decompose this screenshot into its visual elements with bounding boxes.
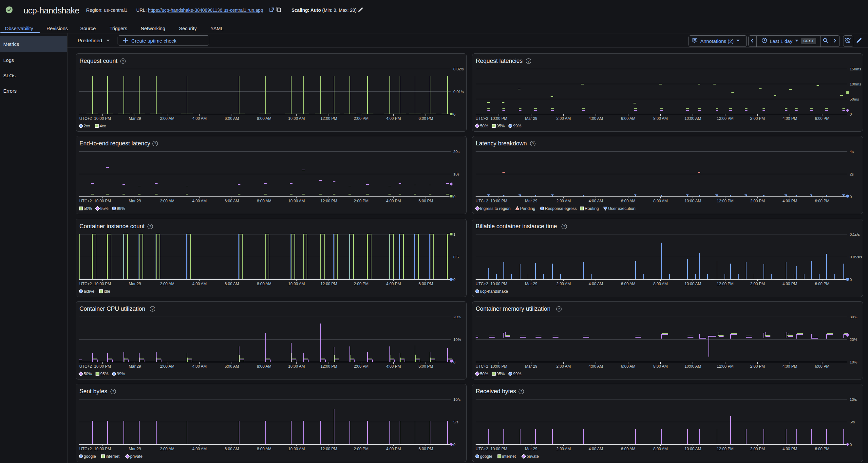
svg-text:?: ? [122, 59, 124, 63]
svg-text:6:00 AM: 6:00 AM [621, 364, 636, 369]
svg-text:0: 0 [453, 112, 456, 116]
svg-text:2:00 PM: 2:00 PM [354, 116, 369, 121]
svg-text:0.01/s: 0.01/s [453, 89, 464, 94]
svg-text:2:00 PM: 2:00 PM [354, 199, 369, 203]
svg-text:6:00 PM: 6:00 PM [418, 447, 433, 451]
svg-text:4:00 AM: 4:00 AM [589, 364, 603, 369]
svg-text:10:00 AM: 10:00 AM [685, 116, 701, 121]
svg-text:12:00 PM: 12:00 PM [717, 199, 733, 203]
svg-text:UTC+2: UTC+2 [79, 116, 92, 121]
svg-text:4:00 AM: 4:00 AM [589, 447, 603, 451]
svg-text:8:00 AM: 8:00 AM [257, 282, 271, 286]
svg-text:20s: 20s [453, 149, 460, 154]
svg-text:UTC+2: UTC+2 [475, 199, 488, 203]
svg-text:10:00 AM: 10:00 AM [288, 116, 305, 121]
svg-text:2xx: 2xx [84, 124, 90, 128]
svg-text:4:00 PM: 4:00 PM [782, 364, 797, 369]
svg-text:UTC+2: UTC+2 [79, 447, 92, 451]
svg-text:2s: 2s [850, 172, 854, 176]
svg-text:8:00 AM: 8:00 AM [257, 447, 271, 451]
svg-text:4:00 AM: 4:00 AM [192, 447, 207, 451]
svg-text:30%: 30% [850, 315, 857, 319]
svg-text:10:00 AM: 10:00 AM [288, 364, 305, 369]
svg-text:Container CPU utilization: Container CPU utilization [80, 305, 146, 312]
svg-text:2:00 AM: 2:00 AM [160, 116, 174, 121]
svg-text:2:00 AM: 2:00 AM [160, 364, 174, 369]
svg-text:UTC+2: UTC+2 [475, 364, 488, 369]
svg-text:Mar 29: Mar 29 [129, 199, 141, 203]
svg-text:10:00 PM: 10:00 PM [490, 282, 507, 286]
svg-text:10:00 PM: 10:00 PM [490, 447, 507, 451]
svg-text:User execution: User execution [608, 206, 636, 211]
svg-text:Sent bytes: Sent bytes [80, 388, 107, 395]
svg-text:99%: 99% [513, 124, 522, 128]
svg-text:4:00 PM: 4:00 PM [782, 116, 797, 121]
svg-text:10:00 AM: 10:00 AM [685, 447, 701, 451]
svg-text:4:00 AM: 4:00 AM [192, 116, 207, 121]
svg-text:Mar 29: Mar 29 [525, 364, 537, 369]
svg-text:4:00 AM: 4:00 AM [589, 116, 603, 121]
svg-text:private: private [527, 454, 539, 459]
svg-text:4:00 PM: 4:00 PM [782, 282, 797, 286]
svg-text:6:00 PM: 6:00 PM [815, 364, 830, 369]
svg-text:12:00 PM: 12:00 PM [717, 282, 733, 286]
svg-text:12:00 PM: 12:00 PM [717, 364, 733, 369]
svg-text:95%: 95% [100, 206, 108, 211]
svg-text:20%: 20% [453, 315, 461, 319]
svg-text:50%: 50% [84, 206, 92, 211]
svg-text:4s: 4s [850, 149, 854, 154]
svg-text:0: 0 [453, 442, 456, 447]
svg-text:12:00 PM: 12:00 PM [320, 364, 337, 369]
svg-text:2:00 PM: 2:00 PM [750, 199, 765, 203]
svg-text:UTC+2: UTC+2 [79, 364, 92, 369]
svg-text:10:00 PM: 10:00 PM [490, 364, 507, 369]
svg-text:2:00 AM: 2:00 AM [160, 447, 174, 451]
svg-text:UTC+2: UTC+2 [79, 282, 92, 286]
svg-text:6:00 PM: 6:00 PM [815, 199, 830, 203]
svg-text:0.1s/s: 0.1s/s [850, 232, 860, 236]
svg-text:6:00 AM: 6:00 AM [621, 447, 636, 451]
svg-text:10:00 PM: 10:00 PM [94, 447, 111, 451]
svg-text:Billable container instance ti: Billable container instance time [476, 223, 557, 230]
svg-text:10%: 10% [850, 360, 857, 364]
svg-text:2:00 AM: 2:00 AM [556, 199, 570, 203]
svg-text:?: ? [527, 59, 529, 63]
svg-text:0.5: 0.5 [453, 255, 459, 259]
svg-text:internet: internet [106, 454, 120, 459]
svg-text:Container instance count: Container instance count [80, 223, 145, 230]
svg-text:10:00 PM: 10:00 PM [94, 364, 111, 369]
svg-text:5/s: 5/s [453, 420, 459, 424]
svg-text:12:00 PM: 12:00 PM [717, 447, 733, 451]
svg-text:8:00 AM: 8:00 AM [257, 199, 271, 203]
svg-text:8:00 AM: 8:00 AM [257, 364, 271, 369]
svg-text:4:00 PM: 4:00 PM [782, 199, 797, 203]
svg-text:2:00 PM: 2:00 PM [750, 116, 765, 121]
svg-text:Mar 29: Mar 29 [525, 116, 537, 121]
svg-text:0.05s/s: 0.05s/s [850, 255, 862, 259]
svg-text:99%: 99% [513, 372, 522, 376]
svg-text:Ingress to region: Ingress to region [480, 206, 510, 211]
svg-text:12:00 PM: 12:00 PM [320, 282, 337, 286]
svg-text:10:00 PM: 10:00 PM [490, 199, 507, 203]
svg-text:4:00 AM: 4:00 AM [192, 282, 207, 286]
svg-text:10:00 PM: 10:00 PM [94, 116, 111, 121]
svg-text:Routing: Routing [585, 206, 599, 211]
svg-text:Response egress: Response egress [545, 206, 577, 211]
svg-text:50%: 50% [84, 372, 92, 376]
svg-text:0: 0 [850, 112, 852, 116]
svg-text:10:00 PM: 10:00 PM [490, 116, 507, 121]
svg-text:5/s: 5/s [850, 420, 855, 424]
svg-text:0: 0 [453, 195, 456, 199]
svg-text:?: ? [532, 142, 534, 146]
svg-text:4:00 AM: 4:00 AM [589, 282, 603, 286]
svg-text:6:00 AM: 6:00 AM [225, 199, 239, 203]
svg-text:0: 0 [850, 195, 852, 199]
svg-text:10:00 AM: 10:00 AM [288, 199, 305, 203]
svg-text:4:00 PM: 4:00 PM [386, 364, 401, 369]
svg-text:4xx: 4xx [100, 124, 106, 128]
svg-text:2:00 PM: 2:00 PM [354, 282, 369, 286]
svg-text:2:00 PM: 2:00 PM [750, 282, 765, 286]
svg-text:95%: 95% [497, 124, 505, 128]
svg-text:10%: 10% [453, 337, 461, 341]
svg-text:99%: 99% [117, 206, 125, 211]
